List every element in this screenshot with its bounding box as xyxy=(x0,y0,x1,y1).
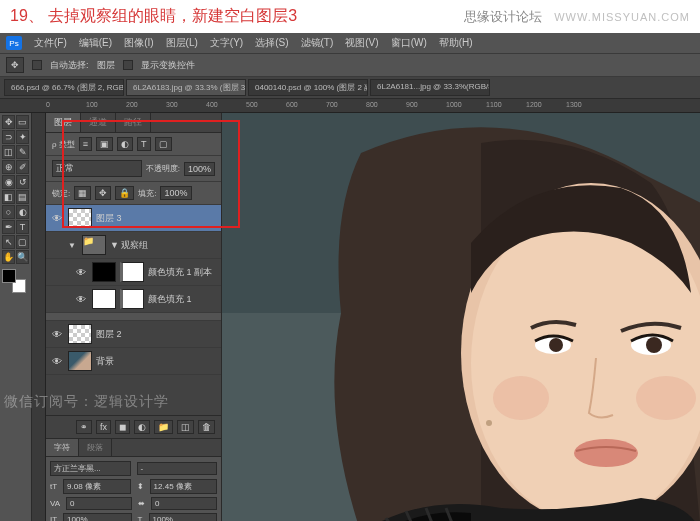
layer-name[interactable]: 图层 3 xyxy=(96,212,122,225)
visibility-eye-icon[interactable]: 👁 xyxy=(50,328,64,340)
visibility-eye-icon[interactable]: 👁 xyxy=(74,293,88,305)
delete-icon[interactable]: 🗑 xyxy=(198,420,215,434)
auto-select-checkbox[interactable] xyxy=(32,60,42,70)
new-layer-icon[interactable]: ◫ xyxy=(177,420,194,434)
brush-tool-icon[interactable]: ✐ xyxy=(16,160,29,174)
layer-thumbnail[interactable] xyxy=(68,324,92,344)
paths-tab[interactable]: 路径 xyxy=(116,113,151,132)
layer-name[interactable]: ▼ 观察组 xyxy=(110,239,148,252)
layer-row-layer3[interactable]: 👁 图层 3 xyxy=(46,205,221,232)
show-transform-checkbox[interactable] xyxy=(123,60,133,70)
opacity-value[interactable]: 100% xyxy=(184,162,215,176)
menu-image[interactable]: 图像(I) xyxy=(124,36,153,50)
gradient-tool-icon[interactable]: ▤ xyxy=(16,190,29,204)
doc-tab-active[interactable]: 6L2A6183.jpg @ 33.3% (图层 3, RGB/8) * xyxy=(126,79,246,96)
stamp-tool-icon[interactable]: ◉ xyxy=(2,175,15,189)
filter-icon[interactable]: ≡ xyxy=(79,137,92,151)
layer-name[interactable]: 颜色填充 1 xyxy=(148,293,192,306)
layer-thumbnail[interactable] xyxy=(68,351,92,371)
text-tool-icon[interactable]: T xyxy=(16,220,29,234)
dodge-tool-icon[interactable]: ◐ xyxy=(16,205,29,219)
channels-tab[interactable]: 通道 xyxy=(81,113,116,132)
filter-shape-icon[interactable]: ▢ xyxy=(155,137,172,151)
blend-mode-select[interactable]: 正常 xyxy=(52,160,142,177)
canvas[interactable] xyxy=(222,113,700,521)
menu-layer[interactable]: 图层(L) xyxy=(166,36,198,50)
layers-tab[interactable]: 图层 xyxy=(46,113,81,132)
eyedropper-tool-icon[interactable]: ✎ xyxy=(16,145,29,159)
tracking-input[interactable]: 0 xyxy=(66,497,132,510)
move-tool-icon[interactable]: ✥ xyxy=(2,115,15,129)
visibility-eye-icon[interactable]: 👁 xyxy=(74,266,88,278)
menu-view[interactable]: 视图(V) xyxy=(345,36,378,50)
kerning-input[interactable]: 0 xyxy=(151,497,217,510)
lock-position-icon[interactable]: ✥ xyxy=(95,186,111,200)
adjustment-icon[interactable]: ◐ xyxy=(134,420,150,434)
layer-thumbnail[interactable] xyxy=(68,208,92,228)
filter-text-icon[interactable]: T xyxy=(137,137,151,151)
font-size-input[interactable]: 9.08 像素 xyxy=(63,479,130,494)
layer-row-group[interactable]: ▼ 📁 ▼ 观察组 xyxy=(46,232,221,259)
layer-mask[interactable] xyxy=(120,289,144,309)
fill-value[interactable]: 100% xyxy=(160,186,191,200)
menu-window[interactable]: 窗口(W) xyxy=(391,36,427,50)
eraser-tool-icon[interactable]: ◧ xyxy=(2,190,15,204)
layer-row-colorfill[interactable]: 👁 颜色填充 1 xyxy=(46,286,221,313)
layer-name[interactable]: 图层 2 xyxy=(96,328,122,341)
doc-tab[interactable]: 6L2A6181...jpg @ 33.3%(RGB/8) xyxy=(370,79,490,96)
layer-mask[interactable] xyxy=(120,262,144,282)
svg-point-8 xyxy=(574,439,638,467)
lasso-tool-icon[interactable]: ⊃ xyxy=(2,130,15,144)
auto-select-target[interactable]: 图层 xyxy=(97,59,115,72)
doc-tab[interactable]: 666.psd @ 66.7% (图层 2, RGB/8) * xyxy=(4,79,124,96)
history-brush-icon[interactable]: ↺ xyxy=(16,175,29,189)
layer-thumbnail[interactable] xyxy=(92,262,116,282)
filter-img-icon[interactable]: ▣ xyxy=(96,137,113,151)
foreground-color[interactable] xyxy=(2,269,16,283)
font-style-select[interactable]: - xyxy=(137,462,218,475)
blur-tool-icon[interactable]: ○ xyxy=(2,205,15,219)
menu-file[interactable]: 文件(F) xyxy=(34,36,67,50)
layer-name[interactable]: 背景 xyxy=(96,355,114,368)
color-swatches[interactable] xyxy=(2,269,26,293)
font-family-select[interactable]: 方正兰亭黑... xyxy=(50,461,131,476)
lock-pixels-icon[interactable]: ▦ xyxy=(74,186,91,200)
visibility-empty[interactable] xyxy=(50,239,64,251)
doc-tab[interactable]: 0400140.psd @ 100% (图层 2 副本, ... xyxy=(248,79,368,96)
layer-row-colorfill-copy[interactable]: 👁 颜色填充 1 副本 xyxy=(46,259,221,286)
menu-filter[interactable]: 滤镜(T) xyxy=(301,36,334,50)
pen-tool-icon[interactable]: ✒ xyxy=(2,220,15,234)
group-arrow-icon[interactable]: ▼ xyxy=(68,241,78,250)
visibility-eye-icon[interactable]: 👁 xyxy=(50,355,64,367)
lock-all-icon[interactable]: 🔒 xyxy=(115,186,134,200)
shape-tool-icon[interactable]: ▢ xyxy=(16,235,29,249)
folder-icon[interactable]: 📁 xyxy=(154,420,173,434)
character-tab[interactable]: 字符 xyxy=(46,439,79,456)
mask-icon[interactable]: ◼ xyxy=(115,420,130,434)
paragraph-tab[interactable]: 段落 xyxy=(79,439,112,456)
visibility-eye-icon[interactable]: 👁 xyxy=(50,212,64,224)
folder-icon[interactable]: 📁 xyxy=(82,235,106,255)
vscale-input[interactable]: 100% xyxy=(63,513,132,521)
marquee-tool-icon[interactable]: ▭ xyxy=(16,115,29,129)
fx-icon[interactable]: fx xyxy=(96,420,111,434)
leading-input[interactable]: 12.45 像素 xyxy=(150,479,217,494)
heal-tool-icon[interactable]: ⊕ xyxy=(2,160,15,174)
filter-adj-icon[interactable]: ◐ xyxy=(117,137,133,151)
menu-text[interactable]: 文字(Y) xyxy=(210,36,243,50)
menu-select[interactable]: 选择(S) xyxy=(255,36,288,50)
menu-help[interactable]: 帮助(H) xyxy=(439,36,473,50)
hand-tool-icon[interactable]: ✋ xyxy=(2,250,15,264)
layer-name[interactable]: 颜色填充 1 副本 xyxy=(148,266,212,279)
wand-tool-icon[interactable]: ✦ xyxy=(16,130,29,144)
move-tool-icon[interactable]: ✥ xyxy=(6,57,24,73)
hscale-input[interactable]: 100% xyxy=(149,513,218,521)
path-tool-icon[interactable]: ↖ xyxy=(2,235,15,249)
menu-edit[interactable]: 编辑(E) xyxy=(79,36,112,50)
zoom-tool-icon[interactable]: 🔍 xyxy=(16,250,29,264)
layer-row-layer2[interactable]: 👁 图层 2 xyxy=(46,321,221,348)
layer-row-background[interactable]: 👁 背景 xyxy=(46,348,221,375)
layer-thumbnail[interactable] xyxy=(92,289,116,309)
crop-tool-icon[interactable]: ◫ xyxy=(2,145,15,159)
link-layers-icon[interactable]: ⚭ xyxy=(76,420,92,434)
